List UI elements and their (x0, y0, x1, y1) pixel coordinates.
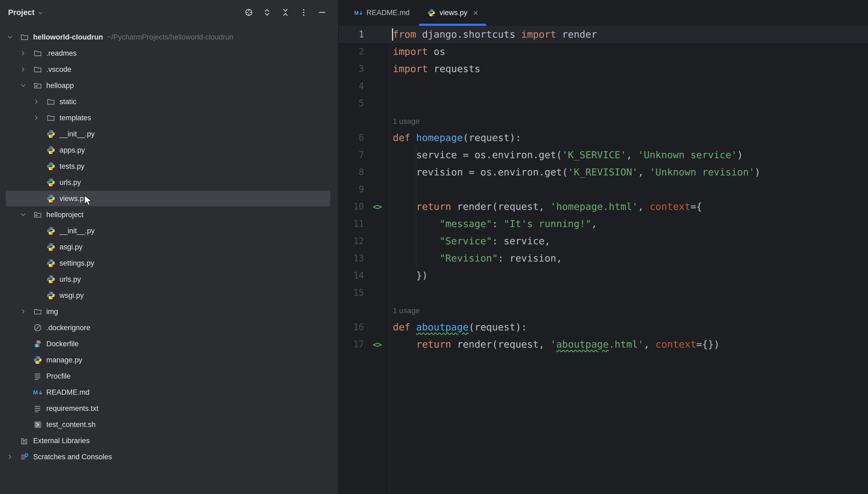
gutter[interactable]: 5 (339, 95, 390, 112)
code-text[interactable]: from django.shortcuts import render (390, 26, 868, 43)
code-token: return (416, 339, 451, 350)
tree-item-helloproject[interactable]: helloproject (0, 207, 338, 223)
close-tab-icon[interactable]: × (473, 8, 478, 17)
gutter[interactable]: 8 (339, 164, 390, 181)
chevron-down-icon[interactable] (20, 82, 33, 89)
tree-item--init-py[interactable]: __init__.py (0, 223, 338, 239)
code-text[interactable]: def homepage(request): (390, 129, 868, 146)
code-text[interactable]: import os (390, 43, 868, 60)
tree-item-apps-py[interactable]: apps.py (0, 142, 338, 158)
code-text[interactable]: revision = os.environ.get('K_REVISION', … (390, 164, 868, 181)
tree-item-helloworld-cloudrun[interactable]: helloworld-cloudrun~/PycharmProjects/hel… (0, 29, 338, 45)
code-text[interactable]: import requests (390, 60, 868, 77)
tree-item-manage-py[interactable]: manage.py (0, 352, 338, 368)
code-text[interactable]: return render(request, 'homepage.html', … (390, 198, 868, 215)
code-text[interactable]: return render(request, 'aboutpage.html',… (390, 336, 868, 353)
select-opened-file-icon[interactable] (244, 7, 254, 17)
tree-item-external-libraries[interactable]: External Libraries (0, 433, 338, 449)
code-editor[interactable]: 1from django.shortcuts import render2imp… (339, 26, 868, 494)
gutter[interactable] (339, 112, 390, 129)
more-options-icon[interactable] (299, 7, 309, 17)
code-line-9: 9 (339, 181, 868, 198)
html-tag-gutter-icon[interactable]: <> (373, 336, 381, 353)
gutter[interactable]: 12 (339, 232, 390, 250)
inlay-text[interactable]: 1 usage (390, 301, 868, 319)
tree-item-readme-md[interactable]: MREADME.md (0, 384, 338, 400)
gutter[interactable] (339, 301, 390, 319)
project-view-selector[interactable]: Project (8, 8, 43, 17)
hide-tool-window-icon[interactable] (317, 7, 327, 17)
tree-item--init-py[interactable]: __init__.py (0, 126, 338, 142)
tab-readme-md[interactable]: M README.md (345, 0, 418, 25)
gutter[interactable]: 14 (339, 267, 390, 284)
tree-item-tests-py[interactable]: tests.py (0, 158, 338, 174)
tree-item-scratches-and-consoles[interactable]: Scratches and Consoles (0, 449, 338, 465)
gutter[interactable]: 1 (339, 26, 390, 43)
gutter[interactable]: 2 (339, 43, 390, 60)
tree-item-dockerfile[interactable]: DDockerfile (0, 336, 338, 352)
tree-item-asgi-py[interactable]: asgi.py (0, 239, 338, 255)
gutter[interactable]: 11 (339, 215, 390, 232)
usage-count-label[interactable]: 1 usage (393, 117, 420, 126)
chevron-right-icon[interactable] (20, 66, 33, 73)
tree-item-img[interactable]: img (0, 304, 338, 320)
code-text[interactable] (390, 284, 868, 301)
code-text[interactable] (390, 181, 868, 198)
tree-item--vscode[interactable]: .vscode (0, 61, 338, 77)
tab-views-py[interactable]: views.py × (418, 0, 487, 25)
line-number: 6 (358, 129, 364, 146)
code-token: from (393, 29, 416, 40)
chevron-down-icon[interactable] (6, 34, 20, 41)
chevron-right-icon[interactable] (33, 114, 46, 121)
chevron-right-icon[interactable] (33, 98, 46, 105)
gutter[interactable]: 4 (339, 77, 390, 95)
expand-all-icon[interactable] (262, 7, 272, 17)
code-text[interactable]: service = os.environ.get('K_SERVICE', 'U… (390, 146, 868, 164)
gutter[interactable]: 6 (339, 129, 390, 146)
tree-item-urls-py[interactable]: urls.py (0, 271, 338, 287)
html-tag-gutter-icon[interactable]: <> (373, 198, 381, 215)
tree-item-test-content-sh[interactable]: test_content.sh (0, 417, 338, 433)
code-text[interactable] (390, 95, 868, 112)
tree-item--readmes[interactable]: .readmes (0, 45, 338, 61)
code-token: os (428, 46, 445, 57)
tree-item-static[interactable]: static (0, 94, 338, 110)
code-token: (request): (469, 322, 527, 332)
tree-item-procfile[interactable]: Procfile (0, 368, 338, 384)
python-icon (46, 259, 55, 268)
gutter[interactable]: 9 (339, 181, 390, 198)
gutter[interactable]: 7 (339, 146, 390, 164)
chevron-down-icon[interactable] (20, 211, 33, 218)
usage-count-label[interactable]: 1 usage (393, 306, 420, 315)
tree-item-wsgi-py[interactable]: wsgi.py (0, 287, 338, 304)
gutter[interactable]: 3 (339, 60, 390, 77)
gutter[interactable]: 13 (339, 250, 390, 267)
code-text[interactable]: "Revision": revision, (390, 250, 868, 267)
code-text[interactable]: "Service": service, (390, 232, 868, 250)
code-text[interactable]: "message": "It's running!", (390, 215, 868, 232)
line-number: 14 (353, 267, 364, 284)
code-text[interactable]: def aboutpage(request): (390, 319, 868, 336)
code-text[interactable]: }) (390, 267, 868, 284)
tree-item-views-py[interactable]: views.py (0, 190, 338, 207)
tree-item-urls-py[interactable]: urls.py (0, 174, 338, 190)
collapse-all-icon[interactable] (280, 7, 290, 17)
gutter[interactable]: 15 (339, 284, 390, 301)
code-text[interactable] (390, 77, 868, 95)
tree-item-helloapp[interactable]: helloapp (0, 77, 338, 94)
gutter[interactable]: 17<> (339, 336, 390, 353)
chevron-right-icon[interactable] (20, 308, 33, 315)
tree-item-templates[interactable]: templates (0, 110, 338, 126)
tree-item-settings-py[interactable]: settings.py (0, 255, 338, 271)
chevron-right-icon[interactable] (6, 453, 20, 460)
ignore-icon (33, 323, 42, 332)
inlay-text[interactable]: 1 usage (390, 112, 868, 129)
pycharm-window: Project helloworld-cloudrun~/PycharmProj… (0, 0, 868, 494)
tree-item-requirements-txt[interactable]: requirements.txt (0, 400, 338, 417)
chevron-spacer (33, 195, 46, 202)
tree-item--dockerignore[interactable]: .dockerignore (0, 320, 338, 336)
gutter[interactable]: 16 (339, 319, 390, 336)
line-number: 13 (353, 250, 364, 267)
chevron-right-icon[interactable] (20, 50, 33, 57)
gutter[interactable]: 10<> (339, 198, 390, 215)
